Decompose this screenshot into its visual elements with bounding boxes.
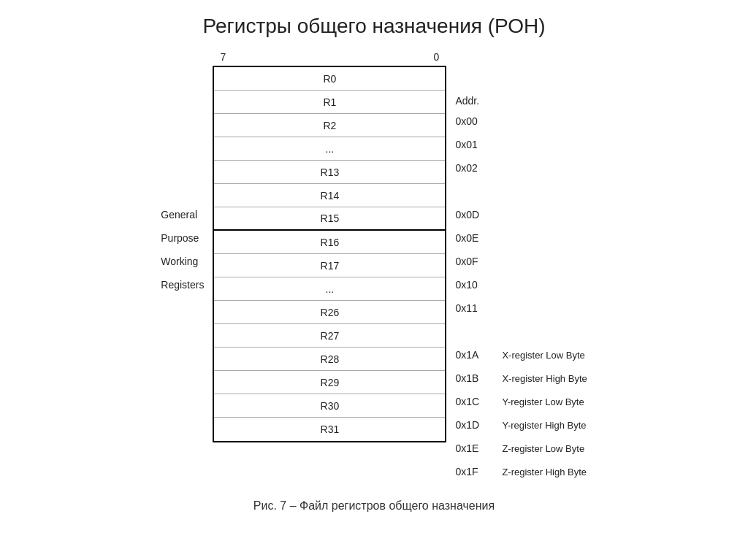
table-row: R30 (214, 394, 445, 418)
right-row: 0x0D (455, 203, 587, 226)
addr-cell: 0x0E (455, 232, 492, 244)
table-row: R31 (214, 418, 445, 441)
table-row: R1 (214, 91, 445, 114)
addr-cell: 0x1D (455, 419, 492, 431)
right-row: 0x1DY-register High Byte (455, 413, 587, 437)
register-name: R26 (214, 301, 445, 323)
note-cell: Z-register Low Byte (502, 443, 584, 454)
register-name: R31 (214, 418, 445, 441)
addr-header-row: Addr. (455, 86, 587, 107)
right-row: 0x10 (455, 273, 587, 296)
left-label: General (161, 203, 204, 226)
col-header-7: 7 (220, 51, 226, 63)
register-name: R29 (214, 371, 445, 394)
addr-header: Addr. (455, 95, 492, 107)
addr-cell: 0x1A (455, 349, 492, 361)
right-row: 0x0F (455, 250, 587, 273)
table-row: R26 (214, 301, 445, 324)
right-row (455, 320, 587, 343)
addr-cell: 0x10 (455, 279, 492, 291)
table-row: R27 (214, 324, 445, 348)
addr-cell: 0x0D (455, 209, 492, 220)
table-row: ... (214, 137, 445, 161)
addr-cell: 0x01 (455, 139, 492, 150)
left-labels: GeneralPurposeWorkingRegisters (161, 203, 204, 296)
right-row: 0x1EZ-register Low Byte (455, 437, 587, 460)
register-name: R27 (214, 324, 445, 347)
register-name: R16 (214, 231, 445, 253)
addr-cell: 0x1E (455, 442, 492, 454)
register-name: ... (214, 277, 445, 300)
note-cell: X-register Low Byte (502, 350, 584, 361)
right-row: 0x02 (455, 156, 587, 180)
addr-cell: 0x1B (455, 372, 492, 384)
right-labels: Addr. 0x000x010x020x0D0x0E0x0F0x100x110x… (455, 86, 587, 483)
right-row: 0x1CY-register Low Byte (455, 390, 587, 413)
left-label: Working (161, 250, 204, 273)
table-row: R15 (214, 207, 445, 231)
register-name: R2 (214, 114, 445, 137)
register-name: R17 (214, 254, 445, 277)
left-label: Purpose (161, 226, 204, 250)
right-row: 0x0E (455, 226, 587, 250)
register-name: ... (214, 137, 445, 160)
right-row: 0x1AX-register Low Byte (455, 343, 587, 367)
addr-cell: 0x11 (455, 302, 492, 314)
table-row: ... (214, 277, 445, 301)
table-row: R28 (214, 348, 445, 371)
addr-cell: 0x1C (455, 396, 492, 407)
addr-cell: 0x02 (455, 162, 492, 174)
left-label: Registers (161, 273, 204, 296)
register-name: R13 (214, 161, 445, 183)
right-row: 0x1BX-register High Byte (455, 367, 587, 390)
right-row (455, 180, 587, 203)
table-container: 7 0 R0R1R2...R13R14R15R16R17...R26R27R28… (213, 51, 446, 442)
table-row: R16 (214, 231, 445, 254)
col-headers: 7 0 (213, 51, 446, 63)
addr-cell: 0x00 (455, 115, 492, 127)
table-row: R0 (214, 67, 445, 91)
addr-cell: 0x0F (455, 256, 492, 267)
right-row: 0x11 (455, 296, 587, 320)
note-cell: Y-register High Byte (502, 420, 586, 431)
col-header-0: 0 (434, 51, 440, 63)
table-row: R14 (214, 184, 445, 207)
diagram-area: GeneralPurposeWorkingRegisters 7 0 R0R1R… (161, 51, 587, 483)
register-name: R1 (214, 91, 445, 113)
table-row: R17 (214, 254, 445, 277)
registers-table: R0R1R2...R13R14R15R16R17...R26R27R28R29R… (213, 66, 446, 442)
addr-cell: 0x1F (455, 466, 492, 477)
caption: Рис. 7 – Файл регистров общего назначени… (253, 499, 495, 513)
right-row: 0x00 (455, 110, 587, 133)
note-cell: Z-register High Byte (502, 467, 587, 477)
main-content: GeneralPurposeWorkingRegisters 7 0 R0R1R… (22, 51, 726, 513)
page-title: Регистры общего назначения (РОН) (203, 15, 546, 38)
note-cell: X-register High Byte (502, 373, 587, 384)
right-row: 0x01 (455, 133, 587, 156)
register-name: R30 (214, 394, 445, 417)
note-cell: Y-register Low Byte (502, 396, 584, 407)
register-name: R14 (214, 184, 445, 207)
table-row: R29 (214, 371, 445, 394)
table-row: R2 (214, 114, 445, 137)
right-row: 0x1FZ-register High Byte (455, 460, 587, 483)
register-name: R15 (214, 207, 445, 229)
register-name: R0 (214, 67, 445, 90)
table-row: R13 (214, 161, 445, 184)
register-name: R28 (214, 348, 445, 370)
